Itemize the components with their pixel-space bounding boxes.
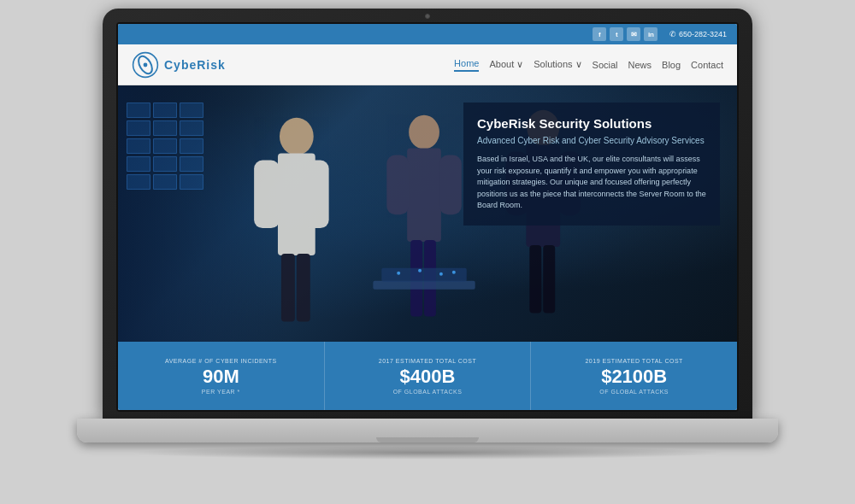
hero-title: CybeRisk Security Solutions <box>477 116 706 131</box>
stat-2017-cost-label: 2017 Estimated Total Cost <box>379 358 476 364</box>
hero-content-box: CybeRisk Security Solutions Advanced Cyb… <box>463 103 720 226</box>
phone-number: ✆ 650-282-3241 <box>669 30 727 38</box>
nav-solutions[interactable]: Solutions ∨ <box>534 59 581 70</box>
logo-icon <box>132 51 159 79</box>
svg-point-2 <box>144 62 148 67</box>
logo-area: CybeRisk <box>132 51 226 79</box>
screen-grid <box>127 103 203 190</box>
linkedin-icon[interactable]: in <box>644 27 657 41</box>
nav-about[interactable]: About ∨ <box>489 59 523 70</box>
nav-social[interactable]: Social <box>593 60 618 70</box>
stat-2017-cost-sublabel: of Global Attacks <box>393 389 463 395</box>
email-icon[interactable]: ✉ <box>627 27 640 41</box>
logo-text: CybeRisk <box>164 58 226 72</box>
stats-bar: Average # of Cyber Incidents 90M Per Yea… <box>118 342 737 410</box>
nav-links: Home About ∨ Solutions ∨ Social News Blo… <box>454 58 723 72</box>
laptop-screen: f t ✉ in ✆ 650-282-3241 <box>116 22 739 412</box>
stat-2019-cost-value: $2100B <box>601 367 667 386</box>
facebook-icon[interactable]: f <box>593 27 606 41</box>
nav-contact[interactable]: Contact <box>691 60 723 70</box>
twitter-icon[interactable]: t <box>610 27 623 41</box>
nav-news[interactable]: News <box>628 60 652 70</box>
stat-2017-cost: 2017 Estimated Total Cost $400B of Globa… <box>325 342 532 410</box>
navbar: CybeRisk Home About ∨ Solutions ∨ Social… <box>118 44 737 85</box>
stat-cyber-incidents: Average # of Cyber Incidents 90M Per Yea… <box>118 342 325 410</box>
laptop-shadow <box>128 446 727 460</box>
top-bar: f t ✉ in ✆ 650-282-3241 <box>118 24 737 44</box>
stat-cyber-incidents-sublabel: Per Year * <box>202 389 240 395</box>
website-content: f t ✉ in ✆ 650-282-3241 <box>118 24 737 410</box>
laptop-wrapper: f t ✉ in ✆ 650-282-3241 <box>77 9 778 495</box>
hero-subtitle: Advanced Cyber Risk and Cyber Security A… <box>477 136 706 145</box>
nav-home[interactable]: Home <box>454 58 479 72</box>
stat-2019-cost-label: 2019 Estimated Total Cost <box>585 358 682 364</box>
social-icons-group: f t ✉ in <box>593 27 657 41</box>
stat-2019-cost: 2019 Estimated Total Cost $2100B of Glob… <box>531 342 737 410</box>
server-room-bg <box>118 85 289 342</box>
hero-section: CybeRisk Security Solutions Advanced Cyb… <box>118 85 737 342</box>
hero-body: Based in Israel, USA and the UK, our eli… <box>477 154 706 212</box>
nav-blog[interactable]: Blog <box>662 60 681 70</box>
laptop-base <box>77 419 778 442</box>
stat-cyber-incidents-label: Average # of Cyber Incidents <box>165 358 277 364</box>
laptop-camera <box>425 14 430 19</box>
stat-cyber-incidents-value: 90M <box>203 367 239 386</box>
stat-2019-cost-sublabel: of Global Attacks <box>599 389 669 395</box>
stat-2017-cost-value: $400B <box>400 367 456 386</box>
laptop-screen-outer: f t ✉ in ✆ 650-282-3241 <box>103 9 752 419</box>
